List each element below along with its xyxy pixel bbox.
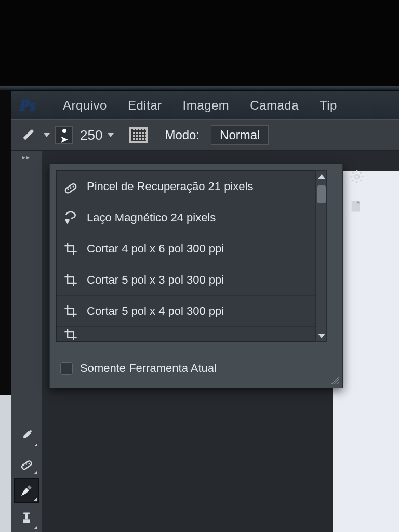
preset-scrollbar[interactable] [315,170,327,342]
crop-icon [62,302,79,320]
tool-preset-dropdown[interactable] [44,133,50,137]
gear-icon[interactable] [349,169,366,185]
scroll-up-icon[interactable] [318,174,325,179]
svg-point-9 [70,187,72,189]
preset-label: Cortar 5 pol x 4 pol 300 ppi [87,304,224,318]
svg-point-3 [29,463,30,464]
preset-footer: Somente Ferramenta Atual [60,362,217,375]
scroll-down-icon[interactable] [318,334,325,338]
menu-layer[interactable]: Camada [250,98,299,113]
svg-rect-6 [23,513,30,515]
current-tool-only-label: Somente Ferramenta Atual [80,362,217,375]
tool-slot-hidden-top[interactable] [14,167,39,191]
blend-mode-select[interactable]: Normal [211,125,269,145]
magnetic-lasso-icon [62,209,79,227]
svg-point-10 [73,185,74,187]
toolbar-expand-icon[interactable]: ▸▸ [22,154,31,161]
tool-healing-brush[interactable] [14,451,39,475]
svg-point-11 [355,175,359,179]
preset-label: Pincel de Recuperação 21 pixels [87,180,253,193]
menu-bar: Ps Arquivo Editar Imagem Camada Tip [11,91,399,119]
tool-clone-stamp[interactable] [14,506,39,530]
svg-point-2 [26,464,28,466]
brush-preview[interactable]: ➤ [55,126,73,144]
tool-preset-list: Pincel de Recuperação 21 pixels Laço Mag… [56,170,316,342]
preset-item-crop-4x6[interactable]: Cortar 4 pol x 6 pol 300 ppi [57,233,315,264]
svg-point-8 [68,188,69,190]
preset-item-crop-5x3[interactable]: Cortar 5 pol x 3 pol 300 ppi [57,264,315,296]
preset-item-magnetic-lasso[interactable]: Laço Magnético 24 pixels [57,202,315,233]
tool-brush[interactable] [14,478,39,503]
panel-resize-grip[interactable] [331,376,339,384]
tool-preset-panel: Pincel de Recuperação 21 pixels Laço Mag… [49,164,343,388]
menu-edit[interactable]: Editar [128,98,162,113]
window-top-edge [0,86,399,90]
photoshop-window: Ps Arquivo Editar Imagem Camada Tip ➤ 25… [0,86,399,532]
preset-label: Cortar 5 pol x 3 pol 300 ppi [87,273,224,287]
screen-bezel-top [0,0,399,86]
preset-item-partial[interactable] [57,327,315,342]
svg-point-1 [23,464,25,466]
blend-mode-label: Modo: [165,128,200,142]
menu-type[interactable]: Tip [320,98,337,113]
tools-panel: ▸▸ [11,151,42,532]
healing-brush-icon [62,178,79,195]
new-preset-icon[interactable] [349,199,366,216]
preset-side-controls [349,169,366,216]
brush-size-dropdown[interactable] [108,133,114,137]
crop-icon [62,329,79,340]
brush-size-value: 250 [80,127,102,143]
options-bar: ➤ 250 Modo: Normal [11,119,399,151]
preset-item-crop-5x4[interactable]: Cortar 5 pol x 4 pol 300 ppi [57,296,315,327]
app-logo: Ps [19,96,36,115]
preset-label: Laço Magnético 24 pixels [87,211,216,224]
scroll-thumb[interactable] [317,185,326,203]
brush-panel-toggle-icon[interactable] [129,127,148,143]
vertical-ruler [0,395,11,532]
crop-icon [62,271,79,289]
preset-label: Cortar 4 pol x 6 pol 300 ppi [87,242,224,256]
tool-eyedropper[interactable] [14,423,39,448]
tool-preset-icon[interactable] [21,126,38,144]
svg-rect-0 [21,460,32,470]
current-tool-only-checkbox[interactable] [60,362,73,375]
preset-item-healing-brush[interactable]: Pincel de Recuperação 21 pixels [57,171,315,202]
svg-rect-4 [23,520,30,523]
menu-image[interactable]: Imagem [183,98,230,113]
menu-file[interactable]: Arquivo [63,98,107,113]
crop-icon [62,240,79,258]
